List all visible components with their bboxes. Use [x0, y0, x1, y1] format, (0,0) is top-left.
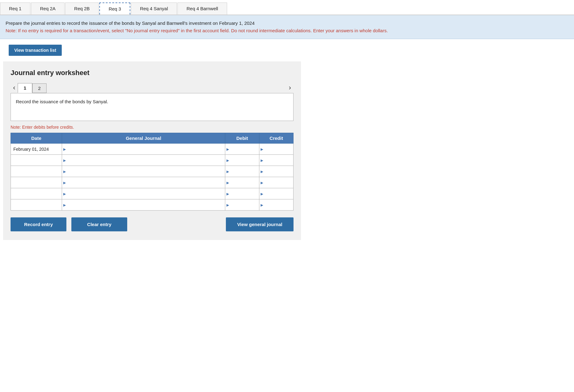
tab-req4barnwell[interactable]: Req 4 Barnwell	[177, 2, 227, 15]
journal-input-3[interactable]	[63, 166, 224, 177]
prev-entry-button[interactable]: ‹	[11, 82, 18, 93]
description-box: Record the issuance of the bonds by Sany…	[11, 93, 294, 121]
worksheet-title: Journal entry worksheet	[11, 69, 294, 77]
tabs-bar: Req 1 Req 2A Req 2B Req 3 Req 4 Sanyal R…	[0, 0, 574, 15]
journal-input-5[interactable]	[63, 188, 224, 199]
cell-credit-4[interactable]	[259, 177, 294, 188]
debit-input-5[interactable]	[226, 188, 258, 199]
cell-journal-4[interactable]	[62, 177, 225, 188]
cell-credit-5[interactable]	[259, 188, 294, 199]
cell-credit-3[interactable]	[259, 166, 294, 177]
tab-req2b[interactable]: Req 2B	[65, 2, 99, 15]
table-row	[11, 166, 294, 177]
info-box: Prepare the journal entries to record th…	[0, 15, 574, 39]
debit-input-4[interactable]	[226, 177, 258, 188]
credit-input-2[interactable]	[261, 155, 292, 166]
credit-input-3[interactable]	[261, 166, 292, 177]
credit-input-6[interactable]	[261, 199, 292, 210]
debit-input-2[interactable]	[226, 155, 258, 166]
cell-date-2	[11, 155, 62, 166]
col-header-journal: General Journal	[62, 133, 225, 144]
cell-journal-5[interactable]	[62, 188, 225, 199]
cell-credit-2[interactable]	[259, 155, 294, 166]
cell-journal-3[interactable]	[62, 166, 225, 177]
credit-input-1[interactable]	[261, 144, 292, 154]
journal-input-4[interactable]	[63, 177, 224, 188]
cell-date-5	[11, 188, 62, 199]
view-transaction-button[interactable]: View transaction list	[9, 45, 62, 56]
worksheet-container: Journal entry worksheet ‹ 1 2 › Record t…	[3, 61, 301, 240]
journal-input-1[interactable]	[63, 144, 224, 154]
col-header-credit: Credit	[259, 133, 294, 144]
tab-req1[interactable]: Req 1	[0, 2, 30, 15]
info-note: Note: If no entry is required for a tran…	[6, 28, 388, 33]
credit-input-4[interactable]	[261, 177, 292, 188]
record-entry-button[interactable]: Record entry	[11, 217, 66, 231]
entry-tab-1[interactable]: 1	[18, 83, 32, 93]
cell-debit-4[interactable]	[225, 177, 259, 188]
clear-entry-button[interactable]: Clear entry	[71, 217, 127, 231]
credit-input-5[interactable]	[261, 188, 292, 199]
tab-req2a[interactable]: Req 2A	[31, 2, 65, 15]
cell-date-6	[11, 199, 62, 211]
journal-input-6[interactable]	[63, 199, 224, 210]
table-row	[11, 177, 294, 188]
info-text: Prepare the journal entries to record th…	[6, 20, 255, 26]
cell-debit-5[interactable]	[225, 188, 259, 199]
bottom-buttons: Record entry Clear entry View general jo…	[11, 217, 294, 231]
entry-tab-2[interactable]: 2	[32, 83, 47, 93]
journal-table: Date General Journal Debit Credit Februa…	[11, 133, 294, 211]
cell-debit-1[interactable]	[225, 144, 259, 155]
col-header-debit: Debit	[225, 133, 259, 144]
col-header-date: Date	[11, 133, 62, 144]
debit-input-6[interactable]	[226, 199, 258, 210]
table-row	[11, 155, 294, 166]
debit-input-1[interactable]	[226, 144, 258, 154]
cell-debit-6[interactable]	[225, 199, 259, 211]
cell-debit-3[interactable]	[225, 166, 259, 177]
journal-input-2[interactable]	[63, 155, 224, 166]
table-row	[11, 199, 294, 211]
description-text: Record the issuance of the bonds by Sany…	[16, 99, 108, 104]
note-debits: Note: Enter debits before credits.	[11, 125, 294, 130]
tab-req4sanyal[interactable]: Req 4 Sanyal	[131, 2, 177, 15]
debit-input-3[interactable]	[226, 166, 258, 177]
cell-journal-1[interactable]	[62, 144, 225, 155]
cell-date-1: February 01, 2024	[11, 144, 62, 155]
cell-credit-1[interactable]	[259, 144, 294, 155]
cell-journal-6[interactable]	[62, 199, 225, 211]
cell-date-3	[11, 166, 62, 177]
table-row: February 01, 2024	[11, 144, 294, 155]
cell-credit-6[interactable]	[259, 199, 294, 211]
view-general-journal-button[interactable]: View general journal	[226, 217, 294, 231]
tab-req3[interactable]: Req 3	[99, 2, 130, 15]
cell-debit-2[interactable]	[225, 155, 259, 166]
cell-journal-2[interactable]	[62, 155, 225, 166]
entry-tabs: ‹ 1 2 ›	[11, 82, 294, 93]
cell-date-4	[11, 177, 62, 188]
table-row	[11, 188, 294, 199]
next-entry-button[interactable]: ›	[286, 82, 294, 93]
